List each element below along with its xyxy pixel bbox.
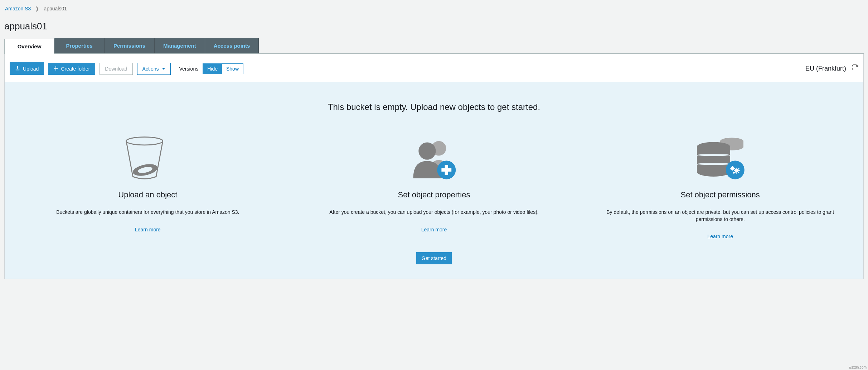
bucket-icon xyxy=(33,135,262,182)
create-folder-label: Create folder xyxy=(61,66,90,72)
download-label: Download xyxy=(105,66,127,72)
empty-state-cards: Upload an object Buckets are globally un… xyxy=(13,135,855,239)
svg-point-18 xyxy=(697,154,730,156)
versions-show-button[interactable]: Show xyxy=(222,64,243,74)
download-button[interactable]: Download xyxy=(100,63,132,75)
empty-state-heading: This bucket is empty. Upload new objects… xyxy=(13,102,855,112)
learn-more-link[interactable]: Learn more xyxy=(135,227,161,232)
chevron-down-icon xyxy=(162,66,165,72)
upload-button[interactable]: Upload xyxy=(10,62,44,75)
svg-point-19 xyxy=(697,163,730,165)
card-upload-object: Upload an object Buckets are globally un… xyxy=(33,135,262,239)
svg-point-0 xyxy=(126,137,163,145)
database-gear-icon xyxy=(606,135,835,182)
page-title: appuals01 xyxy=(4,19,864,38)
tab-access-points[interactable]: Access points xyxy=(205,38,259,53)
refresh-icon[interactable] xyxy=(852,64,858,73)
svg-point-20 xyxy=(726,161,745,179)
upload-button-label: Upload xyxy=(23,66,39,72)
region-text: EU (Frankfurt) xyxy=(805,65,846,72)
breadcrumb-root-link[interactable]: Amazon S3 xyxy=(5,6,31,11)
card-desc: After you create a bucket, you can uploa… xyxy=(319,209,548,216)
tab-properties[interactable]: Properties xyxy=(54,38,105,53)
upload-icon xyxy=(15,66,20,72)
card-title: Upload an object xyxy=(33,190,262,200)
tab-permissions[interactable]: Permissions xyxy=(105,38,155,53)
svg-point-4 xyxy=(419,142,436,159)
versions-hide-button[interactable]: Hide xyxy=(203,64,222,74)
toolbar: Upload Create folder Download Actions Ve… xyxy=(4,54,864,82)
card-desc: By default, the permissions on an object… xyxy=(606,209,835,223)
card-desc: Buckets are globally unique containers f… xyxy=(33,209,262,216)
versions-toggle: Hide Show xyxy=(203,63,243,74)
plus-icon xyxy=(54,66,58,72)
card-object-permissions: Set object permissions By default, the p… xyxy=(606,135,835,239)
card-title: Set object properties xyxy=(319,190,548,200)
tabs: Overview Properties Permissions Manageme… xyxy=(4,38,864,54)
users-plus-icon xyxy=(319,135,548,182)
tab-overview[interactable]: Overview xyxy=(4,39,54,54)
svg-point-17 xyxy=(697,167,730,177)
actions-dropdown[interactable]: Actions xyxy=(137,63,171,75)
card-object-properties: Set object properties After you create a… xyxy=(319,135,548,239)
chevron-right-icon: ❯ xyxy=(35,6,39,11)
learn-more-link[interactable]: Learn more xyxy=(707,234,733,239)
card-title: Set object permissions xyxy=(606,190,835,200)
region-block: EU (Frankfurt) xyxy=(805,64,858,73)
svg-rect-7 xyxy=(442,168,452,172)
get-started-button[interactable]: Get started xyxy=(416,252,452,264)
versions-label: Versions xyxy=(179,66,199,72)
tab-management[interactable]: Management xyxy=(155,38,205,53)
learn-more-link[interactable]: Learn more xyxy=(421,227,447,232)
actions-label: Actions xyxy=(142,66,159,72)
create-folder-button[interactable]: Create folder xyxy=(48,63,95,75)
breadcrumb: Amazon S3 ❯ appuals01 xyxy=(4,4,864,19)
empty-state-panel: This bucket is empty. Upload new objects… xyxy=(4,82,864,279)
breadcrumb-current: appuals01 xyxy=(44,6,67,11)
